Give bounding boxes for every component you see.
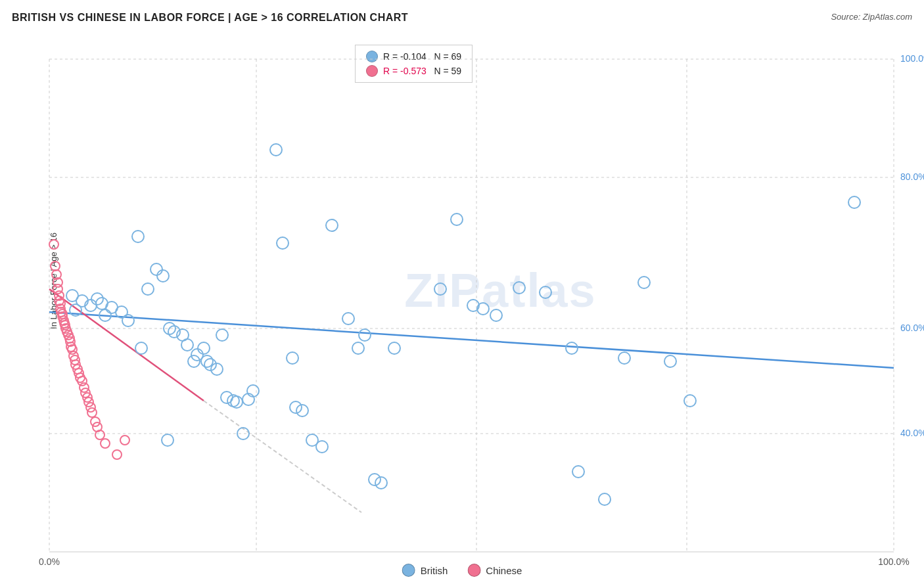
svg-point-32 — [150, 263, 162, 275]
svg-point-119 — [101, 439, 110, 448]
chinese-legend-label: Chinese — [486, 565, 522, 576]
chart-svg: 100.0% 80.0% 60.0% 40.0% 0.0% 100.0% — [0, 33, 924, 578]
svg-point-41 — [198, 342, 210, 354]
svg-point-52 — [270, 144, 282, 156]
svg-point-109 — [78, 376, 87, 386]
svg-point-55 — [290, 401, 302, 413]
british-legend-label: British — [421, 565, 448, 576]
svg-point-54 — [287, 352, 298, 364]
svg-point-66 — [434, 283, 446, 295]
svg-point-60 — [342, 313, 354, 325]
svg-point-61 — [352, 342, 364, 354]
svg-point-39 — [162, 434, 173, 446]
british-legend-swatch — [402, 564, 415, 577]
svg-point-120 — [112, 450, 122, 459]
svg-point-56 — [296, 405, 308, 417]
svg-point-63 — [369, 474, 381, 485]
svg-text:80.0%: 80.0% — [900, 171, 924, 182]
svg-point-42 — [201, 355, 213, 367]
svg-point-73 — [566, 342, 578, 354]
legend-item-british: British — [402, 564, 448, 577]
svg-point-67 — [451, 214, 463, 225]
svg-text:60.0%: 60.0% — [900, 323, 924, 333]
svg-point-38 — [188, 355, 200, 367]
svg-point-81 — [49, 240, 58, 249]
chart-container: BRITISH VS CHINESE IN LABOR FORCE | AGE … — [0, 0, 924, 586]
svg-point-65 — [388, 342, 400, 354]
svg-point-80 — [848, 196, 860, 208]
svg-point-53 — [277, 237, 289, 249]
svg-point-58 — [316, 441, 328, 453]
svg-point-118 — [95, 430, 104, 440]
svg-point-79 — [684, 395, 696, 407]
chinese-legend-swatch — [467, 564, 480, 577]
svg-point-30 — [135, 342, 147, 354]
bottom-legend: British Chinese — [402, 564, 522, 577]
svg-point-69 — [477, 303, 489, 315]
legend-item-chinese: Chinese — [467, 564, 522, 577]
svg-point-70 — [490, 309, 502, 321]
svg-point-75 — [599, 493, 611, 505]
svg-point-31 — [142, 283, 154, 295]
svg-point-72 — [540, 286, 551, 298]
svg-point-44 — [211, 363, 223, 375]
svg-point-37 — [181, 339, 193, 351]
svg-point-121 — [120, 436, 129, 445]
svg-point-71 — [513, 282, 525, 294]
svg-text:100.0%: 100.0% — [878, 556, 909, 567]
svg-point-78 — [664, 355, 676, 367]
svg-point-45 — [216, 329, 228, 341]
svg-text:40.0%: 40.0% — [900, 428, 924, 438]
svg-point-115 — [87, 408, 97, 417]
svg-point-43 — [204, 359, 216, 371]
svg-point-64 — [375, 477, 387, 489]
svg-point-82 — [51, 261, 60, 271]
svg-point-116 — [91, 417, 100, 426]
svg-line-16 — [49, 312, 894, 368]
svg-point-29 — [132, 231, 144, 242]
svg-point-33 — [157, 270, 169, 282]
svg-point-74 — [572, 466, 584, 478]
svg-point-77 — [638, 277, 650, 288]
svg-text:100.0%: 100.0% — [900, 53, 924, 64]
source-label: Source: ZipAtlas.com — [831, 12, 912, 22]
chart-title: BRITISH VS CHINESE IN LABOR FORCE | AGE … — [12, 12, 408, 24]
svg-point-85 — [53, 284, 62, 294]
svg-point-59 — [326, 219, 338, 231]
svg-line-18 — [204, 401, 361, 512]
svg-text:0.0%: 0.0% — [39, 556, 60, 567]
svg-point-62 — [359, 329, 371, 341]
svg-point-76 — [618, 352, 630, 364]
